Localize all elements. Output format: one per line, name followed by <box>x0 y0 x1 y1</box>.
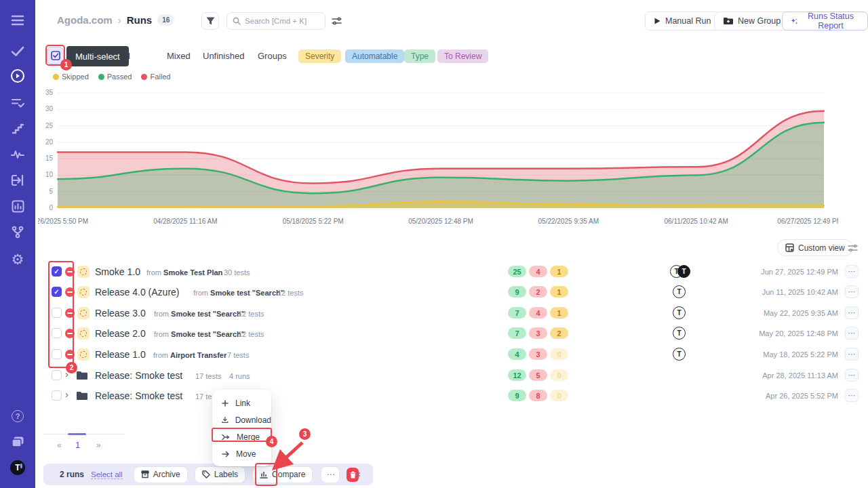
archive-button[interactable]: Archive <box>134 466 188 483</box>
run-title[interactable]: Release 2.0 <box>95 328 146 339</box>
table-row[interactable]: ✓ Release 4.0 (Azure) from Smoke test "S… <box>0 282 868 302</box>
analytics-icon[interactable] <box>0 197 35 216</box>
bulk-close-button[interactable]: × <box>352 468 364 481</box>
remove-run-icon[interactable] <box>65 308 75 318</box>
table-row[interactable]: ✓ Smoke 1.0 from Smoke Test Plan 30 test… <box>0 262 868 282</box>
download-icon <box>222 416 229 424</box>
custom-view-label: Custom view <box>798 243 845 253</box>
filter-pill-automatable[interactable]: Automatable <box>345 49 404 63</box>
testomat-logo[interactable]: T <box>0 458 35 477</box>
menu-item-download[interactable]: Download <box>212 411 271 428</box>
tune-icon[interactable] <box>332 16 342 28</box>
tab-mixed[interactable]: Mixed <box>167 51 191 61</box>
expand-chevron-icon[interactable]: › <box>65 388 68 400</box>
bulk-more-button[interactable]: ⋯ <box>321 466 340 483</box>
run-tests-count: 30 tests <box>224 268 250 277</box>
pagination-prev[interactable]: « <box>57 441 62 450</box>
archive-icon <box>141 470 149 479</box>
docs-icon[interactable] <box>0 432 35 451</box>
table-row[interactable]: Release 3.0 from Smoke test "Search" 12 … <box>0 303 868 323</box>
sparkles-icon <box>791 17 797 26</box>
remove-run-icon[interactable] <box>65 267 75 277</box>
view-settings-icon[interactable] <box>848 243 858 255</box>
run-title[interactable]: Release 3.0 <box>95 308 146 319</box>
pagination-next[interactable]: » <box>96 441 101 450</box>
compare-button[interactable]: Compare <box>252 466 313 483</box>
run-date: Apr 26, 2025 5:52 PM <box>766 392 838 400</box>
runs-status-report-button[interactable]: Runs Status Report <box>782 12 868 30</box>
svg-text:15: 15 <box>45 155 54 162</box>
group-title[interactable]: Release: Smoke test <box>95 370 182 381</box>
remove-run-icon[interactable] <box>65 287 75 297</box>
svg-text:25: 25 <box>45 122 54 129</box>
run-date: May 18, 2025 5:22 PM <box>763 350 838 359</box>
group-title[interactable]: Release: Smoke test <box>95 390 182 401</box>
table-gear-icon <box>785 243 794 252</box>
table-row[interactable]: Release 1.0 from Airport Transfer 7 test… <box>0 344 868 365</box>
row-checkbox[interactable] <box>52 328 62 338</box>
tab-groups[interactable]: Groups <box>258 51 287 61</box>
filter-pill-severity[interactable]: Severity <box>298 49 341 63</box>
search-box[interactable] <box>226 12 326 30</box>
branch-icon[interactable] <box>0 222 35 241</box>
remove-run-icon[interactable] <box>65 350 75 359</box>
filter-pill-to-review[interactable]: To Review <box>437 49 488 63</box>
legend-failed: Failed <box>141 73 170 81</box>
check-icon[interactable] <box>0 42 35 61</box>
row-more-button[interactable]: ⋯ <box>845 327 859 340</box>
menu-item-move[interactable]: Move <box>212 445 271 462</box>
labels-button[interactable]: Labels <box>195 466 245 483</box>
menu-icon[interactable] <box>0 11 35 30</box>
skipped-count: 0 <box>550 390 568 401</box>
expand-chevron-icon[interactable]: › <box>65 368 68 380</box>
select-all-link[interactable]: Select all <box>91 470 123 479</box>
row-checkbox[interactable] <box>52 370 62 380</box>
svg-text:05/20/2025 12:48 PM: 05/20/2025 12:48 PM <box>408 218 473 225</box>
table-row-group[interactable]: › Release: Smoke test 17 tests 7 runs 9 … <box>0 386 868 406</box>
run-title[interactable]: Smoke 1.0 <box>95 266 140 277</box>
row-more-button[interactable]: ⋯ <box>845 265 859 278</box>
gear-icon[interactable]: ⚙ <box>0 249 35 268</box>
table-row-group[interactable]: › Release: Smoke test 17 tests 4 runs 12… <box>0 365 868 386</box>
breadcrumb-project[interactable]: Agoda.com <box>57 14 113 26</box>
row-checkbox[interactable] <box>52 390 62 401</box>
annotation-badge-3: 3 <box>299 428 311 440</box>
manual-run-label: Manual Run <box>665 16 711 26</box>
remove-run-icon[interactable] <box>65 329 75 338</box>
test-plans-icon[interactable] <box>0 94 35 113</box>
row-more-button[interactable]: ⋯ <box>845 389 859 402</box>
menu-item-merge[interactable]: Merge <box>212 428 271 445</box>
tab-unfinished[interactable]: Unfinished <box>203 51 244 61</box>
menu-item-link[interactable]: Link <box>212 394 271 411</box>
row-checkbox[interactable]: ✓ <box>52 266 62 277</box>
svg-text:06/27/2025 12:49 PM: 06/27/2025 12:49 PM <box>777 218 838 225</box>
pagination-page-1[interactable]: 1 <box>75 440 80 450</box>
avatar: T <box>673 306 686 319</box>
pulse-icon[interactable] <box>0 145 35 164</box>
row-more-button[interactable]: ⋯ <box>845 306 859 319</box>
row-checkbox[interactable]: ✓ <box>52 287 62 297</box>
row-more-button[interactable]: ⋯ <box>845 348 859 361</box>
search-input[interactable] <box>245 17 319 25</box>
import-icon[interactable] <box>0 171 35 190</box>
move-arrow-icon <box>222 451 229 458</box>
multi-select-button[interactable] <box>47 47 64 64</box>
manual-run-button[interactable]: Manual Run <box>645 12 720 30</box>
run-play-icon[interactable] <box>0 66 35 85</box>
filter-button[interactable] <box>201 12 219 30</box>
filter-pill-type[interactable]: Type <box>404 49 435 63</box>
svg-text:06/11/2025 10:42 AM: 06/11/2025 10:42 AM <box>664 218 728 225</box>
row-checkbox[interactable] <box>52 308 62 318</box>
selected-count: 2 runs <box>60 470 84 479</box>
custom-view-button[interactable]: Custom view <box>777 239 853 256</box>
passed-count: 25 <box>508 266 526 277</box>
run-title[interactable]: Release 1.0 <box>95 349 146 360</box>
table-row[interactable]: Release 2.0 from Smoke test "Search" 12 … <box>0 323 868 344</box>
help-icon[interactable]: ? <box>0 407 35 426</box>
steps-icon[interactable] <box>0 119 35 138</box>
row-more-button[interactable]: ⋯ <box>845 285 859 298</box>
new-group-button[interactable]: New Group <box>714 12 790 30</box>
run-title[interactable]: Release 4.0 (Azure) <box>95 287 180 298</box>
row-checkbox[interactable] <box>52 349 62 359</box>
row-more-button[interactable]: ⋯ <box>845 369 859 382</box>
